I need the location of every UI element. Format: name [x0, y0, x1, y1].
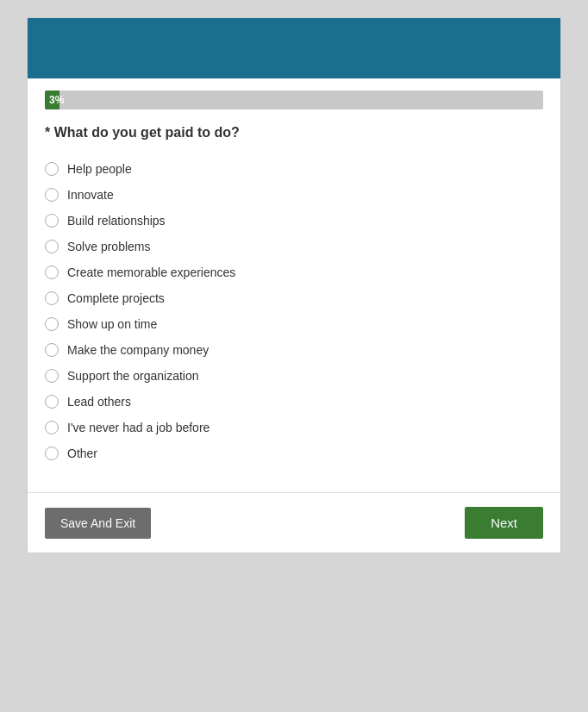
list-item[interactable]: Solve problems [45, 234, 543, 259]
list-item[interactable]: Build relationships [45, 208, 543, 234]
list-item[interactable]: Create memorable experiences [45, 259, 543, 285]
option-label: Help people [67, 162, 132, 176]
radio-button[interactable] [45, 265, 59, 279]
list-item[interactable]: I've never had a job before [45, 415, 543, 440]
radio-button[interactable] [45, 343, 59, 357]
list-item[interactable]: Complete projects [45, 285, 543, 311]
radio-button[interactable] [45, 162, 59, 176]
question-title: * What do you get paid to do? [45, 125, 543, 141]
radio-button[interactable] [45, 214, 59, 228]
option-label: Innovate [67, 188, 114, 202]
card-header [28, 18, 560, 78]
option-label: Support the organization [67, 369, 199, 383]
option-label: I've never had a job before [67, 421, 210, 434]
list-item[interactable]: Show up on time [45, 311, 543, 337]
option-label: Make the company money [67, 343, 209, 357]
option-label: Show up on time [67, 317, 157, 331]
option-label: Create memorable experiences [67, 265, 235, 279]
next-button[interactable]: Next [465, 507, 543, 539]
progress-bar-container: 3% [45, 91, 543, 109]
list-item[interactable]: Make the company money [45, 337, 543, 363]
option-label: Other [67, 447, 97, 460]
options-list: Help peopleInnovateBuild relationshipsSo… [45, 156, 543, 466]
radio-button[interactable] [45, 447, 59, 460]
list-item[interactable]: Support the organization [45, 363, 543, 389]
option-label: Build relationships [67, 214, 166, 228]
radio-button[interactable] [45, 395, 59, 409]
radio-button[interactable] [45, 240, 59, 253]
option-label: Solve problems [67, 240, 151, 253]
card-footer: Save And Exit Next [28, 492, 560, 553]
radio-button[interactable] [45, 421, 59, 434]
option-label: Lead others [67, 395, 131, 409]
list-item[interactable]: Lead others [45, 389, 543, 415]
list-item[interactable]: Other [45, 440, 543, 466]
radio-button[interactable] [45, 291, 59, 305]
list-item[interactable]: Innovate [45, 182, 543, 208]
option-label: Complete projects [67, 291, 165, 305]
radio-button[interactable] [45, 188, 59, 202]
card-body: 3% * What do you get paid to do? Help pe… [28, 91, 560, 484]
radio-button[interactable] [45, 317, 59, 331]
progress-label: 3% [49, 94, 64, 106]
radio-button[interactable] [45, 369, 59, 383]
survey-card: 3% * What do you get paid to do? Help pe… [27, 17, 561, 553]
list-item[interactable]: Help people [45, 156, 543, 182]
save-and-exit-button[interactable]: Save And Exit [45, 508, 151, 539]
